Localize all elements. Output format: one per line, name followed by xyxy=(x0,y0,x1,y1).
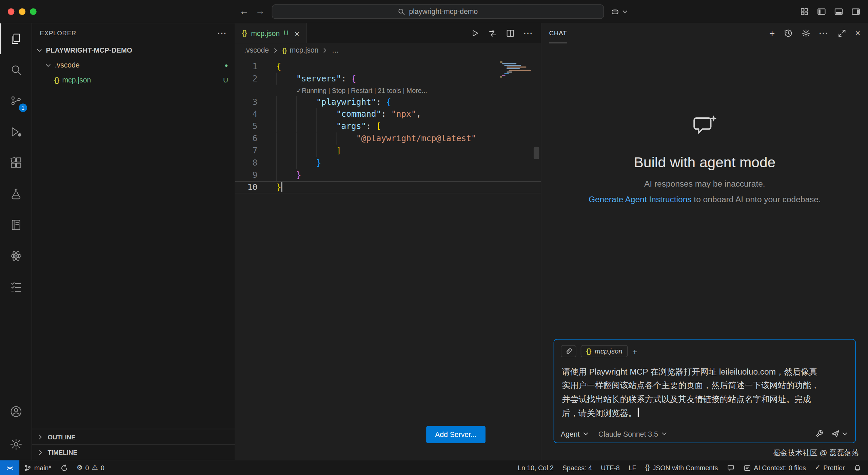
notifications-button[interactable] xyxy=(849,460,866,475)
account-icon xyxy=(9,405,22,418)
tools-icon[interactable] xyxy=(815,429,824,438)
json-file-icon: {} xyxy=(282,47,287,54)
add-context-button[interactable]: + xyxy=(632,346,637,356)
command-center[interactable]: playwright-mcp-demo xyxy=(272,4,604,18)
chat-more-actions[interactable]: ··· xyxy=(819,29,829,38)
command-center-label: playwright-mcp-demo xyxy=(409,7,478,15)
root-folder-label: PLAYWRIGHT-MCP-DEMO xyxy=(46,46,132,54)
branch-indicator[interactable]: main* xyxy=(19,460,56,475)
code-line[interactable]: 3 "playwright": { xyxy=(235,96,541,108)
language-mode[interactable]: {} JSON with Comments xyxy=(641,460,723,475)
chevron-down-icon xyxy=(621,7,629,15)
feedback-button[interactable] xyxy=(722,460,739,475)
folder-label: .vscode xyxy=(55,61,80,69)
code-line[interactable]: 9 } xyxy=(235,169,541,181)
chat-input-text[interactable]: 请使用 Playwright MCP 在浏览器打开网址 leileiluoluo… xyxy=(561,357,849,424)
outline-section[interactable]: OUTLINE xyxy=(32,429,235,444)
activity-search[interactable] xyxy=(0,54,32,85)
feedback-icon xyxy=(727,464,734,472)
zoom-window-button[interactable] xyxy=(30,8,37,15)
open-changes-icon[interactable] xyxy=(488,29,497,38)
files-icon xyxy=(9,32,22,45)
forward-button[interactable]: → xyxy=(255,7,265,16)
context-chip-mcp-json[interactable]: {} mcp.json xyxy=(581,345,628,357)
toggle-primary-sidebar-icon[interactable] xyxy=(817,7,826,16)
code-line[interactable]: 10} xyxy=(235,181,541,193)
history-icon[interactable] xyxy=(784,29,792,38)
activity-explorer[interactable] xyxy=(0,23,32,54)
breadcrumb-file[interactable]: mcp.json xyxy=(290,46,318,54)
scrollbar-handle[interactable] xyxy=(534,147,539,159)
gear-icon[interactable] xyxy=(802,29,810,38)
accounts-button[interactable] xyxy=(0,398,32,429)
explorer-more-actions[interactable]: ··· xyxy=(218,28,227,37)
minimap[interactable] xyxy=(500,61,532,78)
back-button[interactable]: ← xyxy=(239,7,249,16)
code-line[interactable]: 2 "servers": { xyxy=(235,73,541,85)
indentation-indicator[interactable]: Spaces: 4 xyxy=(558,460,596,475)
chat-input-box[interactable]: {} mcp.json + 请使用 Playwright MCP 在浏览器打开网… xyxy=(554,339,856,443)
layout-controls xyxy=(800,0,860,23)
activity-testing[interactable] xyxy=(0,178,32,209)
file-label: mcp.json xyxy=(62,76,91,84)
explorer-sidebar: EXPLORER ··· PLAYWRIGHT-MCP-DEMO .vscode… xyxy=(32,23,235,460)
split-editor-icon[interactable] xyxy=(506,29,515,38)
encoding-indicator[interactable]: UTF-8 xyxy=(596,460,624,475)
copilot-button[interactable] xyxy=(610,7,629,16)
code-line[interactable]: 6 "@playwright/mcp@latest" xyxy=(235,132,541,145)
expand-icon[interactable] xyxy=(837,29,846,38)
minimize-window-button[interactable] xyxy=(19,8,26,15)
sync-button[interactable] xyxy=(56,460,72,475)
formatter-indicator[interactable]: ✓ Prettier xyxy=(810,460,849,475)
ai-context-label: AI Context: 0 files xyxy=(754,464,806,472)
settings-button[interactable] xyxy=(0,429,32,460)
codelens-actions[interactable]: ✓Running | Stop | Restart | 21 tools | M… xyxy=(270,85,427,96)
problems-indicator[interactable]: ⊗ 0 ⚠ 0 xyxy=(72,460,109,475)
code-line[interactable]: 7 ] xyxy=(235,145,541,157)
activity-extensions[interactable] xyxy=(0,147,32,178)
attach-context-button[interactable] xyxy=(561,345,576,357)
toggle-panel-icon[interactable] xyxy=(834,7,843,16)
tab-dirty-badge: U xyxy=(284,30,289,37)
send-button[interactable] xyxy=(831,429,849,438)
editor-more-actions[interactable]: ··· xyxy=(524,29,533,38)
model-picker[interactable]: Claude Sonnet 3.5 xyxy=(598,430,668,438)
activity-react-extension[interactable] xyxy=(0,241,32,271)
explorer-root-folder[interactable]: PLAYWRIGHT-MCP-DEMO xyxy=(32,43,235,58)
toggle-secondary-sidebar-icon[interactable] xyxy=(851,7,860,16)
notebook-icon xyxy=(9,218,22,231)
timeline-section[interactable]: TIMELINE xyxy=(32,444,235,460)
activity-source-control[interactable]: 1 xyxy=(0,85,32,116)
new-chat-button[interactable]: + xyxy=(769,28,775,38)
code-line[interactable]: 1{ xyxy=(235,60,541,73)
breadcrumb-folder[interactable]: .vscode xyxy=(244,46,269,54)
activity-run-debug[interactable] xyxy=(0,116,32,147)
code-line[interactable]: 4 "command": "npx", xyxy=(235,108,541,120)
close-window-button[interactable] xyxy=(8,8,15,15)
json-file-icon: {} xyxy=(242,30,247,37)
close-tab-button[interactable]: × xyxy=(295,28,299,38)
ai-context-indicator[interactable]: AI Context: 0 files xyxy=(739,460,810,475)
close-panel-button[interactable]: × xyxy=(855,29,860,38)
breadcrumb-more[interactable]: … xyxy=(332,46,339,54)
code-line[interactable]: 8 } xyxy=(235,157,541,169)
breadcrumb[interactable]: .vscode {} mcp.json … xyxy=(235,43,541,57)
customize-layout-icon[interactable] xyxy=(800,7,809,16)
activity-todo[interactable] xyxy=(0,271,32,302)
tree-item-vscode-folder[interactable]: .vscode ● xyxy=(32,58,235,73)
add-server-button[interactable]: Add Server... xyxy=(426,426,486,443)
tab-mcp-json[interactable]: {} mcp.json U × xyxy=(235,23,307,43)
remote-indicator[interactable]: >< xyxy=(0,460,19,475)
cursor-position[interactable]: Ln 10, Col 2 xyxy=(513,460,558,475)
activity-bar: 1 xyxy=(0,23,32,460)
eol-indicator[interactable]: LF xyxy=(624,460,641,475)
generate-instructions-link[interactable]: Generate Agent Instructions xyxy=(589,194,692,204)
play-icon[interactable] xyxy=(471,29,479,38)
mode-picker[interactable]: Agent xyxy=(561,430,590,438)
chat-tab[interactable]: CHAT xyxy=(549,23,567,43)
activity-notebook[interactable] xyxy=(0,209,32,240)
code-line[interactable]: 5 "args": [ xyxy=(235,120,541,132)
tree-item-mcp-json[interactable]: {} mcp.json U xyxy=(32,73,235,88)
braces-icon: {} xyxy=(645,464,650,471)
code-editor[interactable]: 1{2 "servers": {✓Running | Stop | Restar… xyxy=(235,57,541,460)
